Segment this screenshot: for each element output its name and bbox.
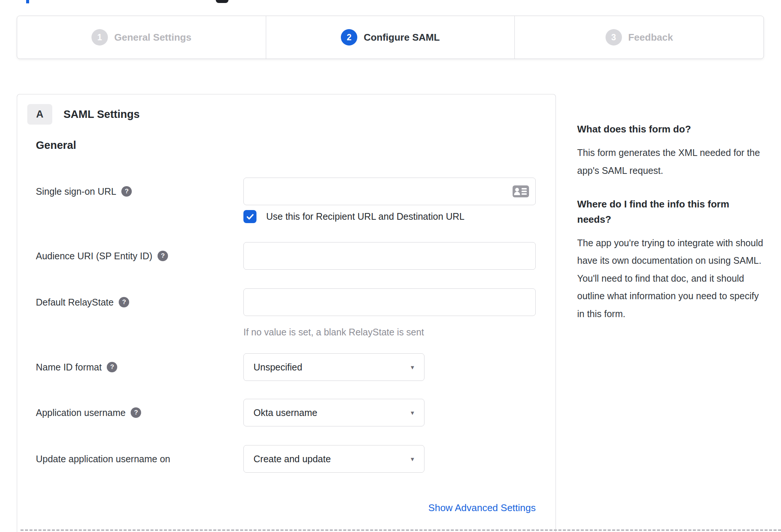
relay-state-hint: If no value is set, a blank RelayState i… xyxy=(243,327,424,338)
audience-uri-row: Audience URI (SP Entity ID) ? xyxy=(36,242,536,270)
update-username-label: Update application username on xyxy=(36,454,170,464)
default-relaystate-input[interactable] xyxy=(244,289,535,316)
application-username-row: Application username ? Okta username ▼ xyxy=(36,399,424,426)
step-general-settings[interactable]: 1 General Settings xyxy=(17,16,266,59)
step-number-badge: 2 xyxy=(341,29,357,46)
contact-card-icon[interactable] xyxy=(512,185,529,198)
sso-url-label-wrap: Single sign-on URL ? xyxy=(36,186,243,197)
dropdown-caret-icon: ▼ xyxy=(410,364,415,370)
application-username-value: Okta username xyxy=(253,407,317,418)
audience-uri-label-wrap: Audience URI (SP Entity ID) ? xyxy=(36,251,243,262)
application-username-select[interactable]: Okta username ▼ xyxy=(243,399,424,426)
single-sign-on-url-input[interactable] xyxy=(244,178,535,205)
bottom-dashed-divider xyxy=(21,529,781,531)
name-id-format-value: Unspecified xyxy=(253,362,302,373)
sidebar-heading-what: What does this form do? xyxy=(577,122,766,137)
relay-state-label-wrap: Default RelayState ? xyxy=(36,297,243,308)
help-icon[interactable]: ? xyxy=(107,362,117,372)
sso-url-label: Single sign-on URL xyxy=(36,186,116,197)
general-group-heading: General xyxy=(36,139,76,151)
step-configure-saml[interactable]: 2 Configure SAML xyxy=(266,16,515,59)
wizard-stepper: 1 General Settings 2 Configure SAML 3 Fe… xyxy=(17,16,764,59)
audience-uri-field xyxy=(243,242,536,270)
relay-state-field xyxy=(243,288,536,316)
sso-url-row: Single sign-on URL ? xyxy=(36,178,536,205)
help-icon[interactable]: ? xyxy=(131,407,141,418)
step-label: Configure SAML xyxy=(364,32,440,43)
help-icon[interactable]: ? xyxy=(119,297,129,307)
step-number-badge: 1 xyxy=(91,29,108,46)
saml-settings-panel: A SAML Settings General Single sign-on U… xyxy=(17,94,556,532)
dropdown-caret-icon: ▼ xyxy=(410,410,415,416)
update-username-select[interactable]: Create and update ▼ xyxy=(243,445,424,473)
saml-wizard-screen: 1 General Settings 2 Configure SAML 3 Fe… xyxy=(0,0,781,532)
help-icon[interactable]: ? xyxy=(121,186,132,197)
section-header: A SAML Settings xyxy=(27,104,140,125)
relay-state-row: Default RelayState ? xyxy=(36,288,536,316)
audience-uri-label: Audience URI (SP Entity ID) xyxy=(36,251,152,262)
name-id-format-label: Name ID format xyxy=(36,362,102,373)
step-feedback[interactable]: 3 Feedback xyxy=(514,16,763,59)
help-icon[interactable]: ? xyxy=(158,251,168,261)
name-id-format-row: Name ID format ? Unspecified ▼ xyxy=(36,353,424,381)
update-username-row: Update application username on Create an… xyxy=(36,445,424,473)
step-label: General Settings xyxy=(114,32,192,43)
help-sidebar: What does this form do? This form genera… xyxy=(577,122,766,340)
section-a-badge: A xyxy=(27,104,52,125)
step-label: Feedback xyxy=(628,32,673,43)
recipient-url-checkbox-label: Use this for Recipient URL and Destinati… xyxy=(266,211,464,222)
name-id-format-label-wrap: Name ID format ? xyxy=(36,362,243,373)
sidebar-heading-where: Where do I find the info this form needs… xyxy=(577,197,766,227)
checkmark-icon xyxy=(246,212,255,221)
name-id-format-select[interactable]: Unspecified ▼ xyxy=(243,353,424,381)
application-username-label: Application username xyxy=(36,407,125,418)
sidebar-body-where: The app you're trying to integrate with … xyxy=(577,234,766,323)
recipient-url-checkbox-row: Use this for Recipient URL and Destinati… xyxy=(243,210,464,223)
dropdown-caret-icon: ▼ xyxy=(410,456,415,462)
sidebar-body-what: This form generates the XML needed for t… xyxy=(577,144,766,179)
step-number-badge: 3 xyxy=(606,29,622,46)
show-advanced-settings-link[interactable]: Show Advanced Settings xyxy=(243,502,536,514)
clipped-dark-fragment xyxy=(216,0,228,3)
sso-url-field xyxy=(243,178,536,205)
clipped-blue-fragment xyxy=(26,0,29,3)
audience-uri-input[interactable] xyxy=(244,242,535,269)
use-for-recipient-checkbox[interactable] xyxy=(243,210,256,223)
application-username-label-wrap: Application username ? xyxy=(36,407,243,418)
section-title: SAML Settings xyxy=(63,108,140,121)
update-username-value: Create and update xyxy=(253,454,331,464)
update-username-label-wrap: Update application username on xyxy=(36,454,243,464)
relay-state-label: Default RelayState xyxy=(36,297,113,308)
